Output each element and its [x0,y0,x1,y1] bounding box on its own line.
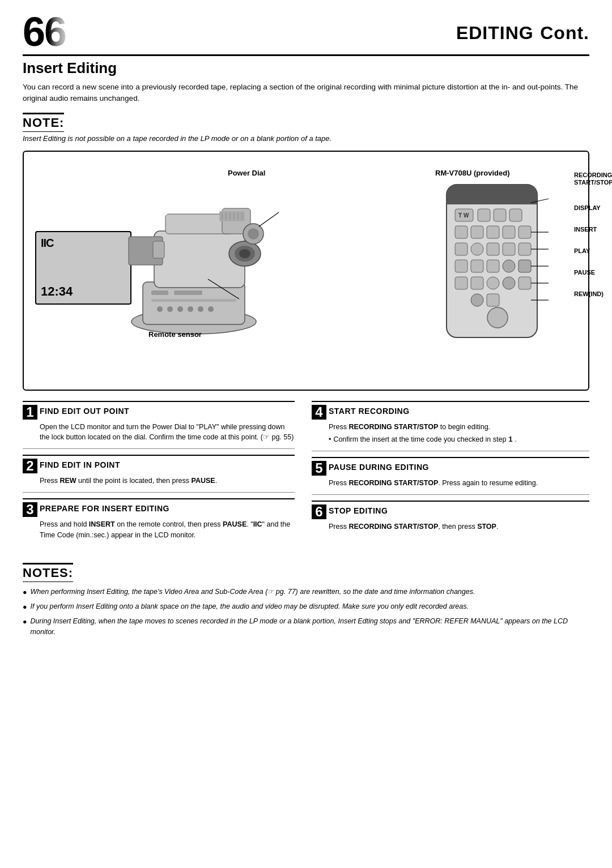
step-4-title: START RECORDING [329,404,410,416]
btn-label-recording: RECORDINGSTART/STOP DISPLAY INSERT PLAY … [574,172,612,297]
step-3-body: Press and hold INSERT on the remote cont… [23,519,295,541]
step-5: 5 PAUSE DURING EDITING Press RECORDING S… [312,457,589,495]
step-3-number: 3 [23,502,37,517]
svg-point-7 [177,306,183,312]
step-5-title: PAUSE DURING EDITING [329,460,429,472]
svg-rect-4 [151,299,236,302]
section-title: Insert Editing [23,59,589,77]
step-2: 2 FIND EDIT IN POINT Press REW until the… [23,455,295,493]
step-1-body: Open the LCD monitor and turn the Power … [23,422,295,443]
svg-point-8 [188,306,193,312]
step-3: 3 PREPARE FOR INSERT EDITING Press and h… [23,498,295,546]
svg-rect-38 [455,226,468,238]
svg-rect-41 [503,226,515,238]
svg-rect-35 [478,209,490,221]
svg-rect-2 [151,290,168,295]
step-2-header: 2 FIND EDIT IN POINT [23,455,295,473]
svg-text:T W: T W [458,212,469,219]
step-1-header: 1 FIND EDIT OUT POINT [23,401,295,420]
svg-rect-40 [487,226,499,238]
steps-right-col: 4 START RECORDING Press RECORDING START/… [306,401,589,552]
page-header: 66 EDITING Cont. [23,11,589,56]
svg-rect-49 [471,260,483,272]
header-subtitle: Cont. [540,23,589,43]
svg-rect-54 [471,277,483,289]
camcorder-area: IIC 12:34 [35,163,307,378]
svg-point-60 [487,307,508,328]
camcorder-illustration [109,180,279,350]
steps-grid: 1 FIND EDIT OUT POINT Open the LCD monit… [23,401,589,552]
intro-text: You can record a new scene into a previo… [23,82,589,105]
svg-rect-52 [518,260,531,272]
step-2-body: Press REW until the point is located, th… [23,476,295,486]
svg-point-14 [239,249,250,258]
step-5-number: 5 [312,461,326,476]
svg-rect-46 [503,243,515,255]
step-1-number: 1 [23,405,37,420]
step-6: 6 STOP EDITING Press RECORDING START/STO… [312,501,589,538]
svg-rect-47 [518,243,531,255]
note-item-3: During Insert Editing, when the tape mov… [23,616,589,638]
step-6-body: Press RECORDING START/STOP, then press S… [312,521,589,532]
step-6-header: 6 STOP EDITING [312,501,589,519]
svg-rect-45 [487,243,499,255]
svg-rect-42 [518,226,531,238]
power-dial-label: Power Dial [228,169,265,177]
svg-point-5 [157,306,163,312]
step-5-header: 5 PAUSE DURING EDITING [312,457,589,476]
remote-sensor-label: Remote sensor [148,330,202,339]
svg-rect-17 [219,211,245,221]
step-4-body: Press RECORDING START/STOP to begin edit… [312,422,589,446]
step-2-number: 2 [23,459,37,473]
step-6-title: STOP EDITING [329,504,388,515]
notes-section: NOTES: When performing Insert Editing, t… [23,563,589,637]
svg-point-10 [208,306,214,312]
step-4: 4 START RECORDING Press RECORDING START/… [312,401,589,452]
header-title: EDITING Cont. [456,20,589,44]
page-number: 66 [23,11,66,52]
note-text: Insert Editing is not possible on a tape… [23,134,589,143]
note-item-2: If you perform Insert Editing onto a bla… [23,601,589,613]
svg-rect-44 [471,243,483,255]
step-3-title: PREPARE FOR INSERT EDITING [40,502,169,513]
svg-rect-57 [518,277,531,289]
step-4-number: 4 [312,405,326,420]
svg-rect-36 [494,209,506,221]
remote-label: RM-V708U (provided) [435,169,571,177]
svg-rect-27 [153,241,164,258]
remote-area: RM-V708U (provided) T W [435,169,571,342]
svg-rect-59 [487,294,499,306]
svg-rect-1 [143,282,245,324]
step-2-title: FIND EDIT IN POINT [40,458,120,469]
diagram-box: IIC 12:34 [23,151,589,391]
step-5-body: Press RECORDING START/STOP. Press again … [312,478,589,489]
svg-rect-56 [503,277,515,289]
svg-line-29 [259,208,279,226]
svg-rect-51 [503,260,515,272]
notes-label: NOTES: [23,563,73,582]
camcorder-svg [109,180,279,350]
step-1: 1 FIND EDIT OUT POINT Open the LCD monit… [23,401,295,450]
svg-rect-48 [455,260,468,272]
steps-left-col: 1 FIND EDIT OUT POINT Open the LCD monit… [23,401,306,552]
svg-rect-50 [487,260,499,272]
svg-point-25 [248,228,259,240]
step-4-header: 4 START RECORDING [312,401,589,420]
note-item-1: When performing Insert Editing, the tape… [23,587,589,598]
svg-rect-32 [447,194,537,204]
svg-rect-58 [471,294,483,306]
svg-rect-39 [471,226,483,238]
note-label: NOTE: [23,113,64,132]
step-4-bullet: Confirm the insert at the time code you … [329,434,589,445]
step-6-number: 6 [312,504,326,519]
svg-rect-43 [455,243,468,255]
svg-rect-55 [487,277,499,289]
step-3-header: 3 PREPARE FOR INSERT EDITING [23,498,295,517]
svg-point-6 [167,306,173,312]
step-1-title: FIND EDIT OUT POINT [40,404,129,416]
svg-rect-53 [455,277,468,289]
remote-svg: T W [435,182,549,340]
svg-rect-37 [509,209,522,221]
notes-list: When performing Insert Editing, the tape… [23,587,589,637]
svg-rect-3 [174,290,202,295]
